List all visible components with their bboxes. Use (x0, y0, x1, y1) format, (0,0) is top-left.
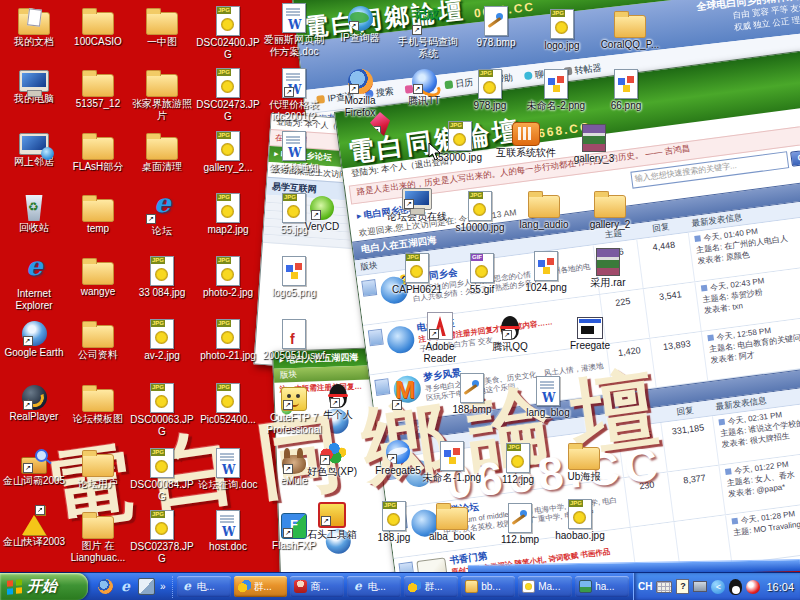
desktop-icon[interactable]: gallery_2 (578, 188, 642, 231)
desktop-icon[interactable]: 回收站 (2, 192, 66, 234)
desktop-icon[interactable]: alba_book (420, 500, 484, 543)
desktop-icon[interactable]: photo-2.jpg (196, 255, 260, 299)
firefox-icon[interactable] (98, 579, 113, 594)
desktop-icon[interactable]: ↗ (348, 108, 412, 137)
desktop-icon[interactable]: logo.jpg (530, 8, 594, 52)
desktop-icon[interactable]: 100CASIO (66, 5, 130, 48)
qq-tray-icon[interactable] (729, 579, 742, 595)
desktop-icon[interactable]: DSC02400.JPG (196, 5, 260, 60)
desktop-icon[interactable]: FLAsH部分 (66, 130, 130, 173)
desktop-icon[interactable]: ↗金山词霸2005 (2, 447, 66, 487)
desktop-icon[interactable]: 论坛模板图 (66, 382, 130, 425)
network-tray-icon[interactable] (693, 581, 707, 592)
desktop-icon[interactable]: lang_audio (512, 188, 576, 231)
taskbar-button[interactable]: Ma... (518, 576, 572, 597)
desktop-icon[interactable]: 112.bmp (488, 502, 552, 546)
taskbar-button[interactable]: e电... (347, 576, 401, 597)
desktop-icon[interactable]: 采用.rar (576, 246, 640, 289)
desktop-icon[interactable]: 桌面清理 (130, 130, 194, 173)
desktop-icon[interactable]: 论坛用户 (66, 447, 130, 490)
desktop-icon[interactable]: lang_blog (516, 375, 580, 419)
desktop-icon[interactable]: ↗腾讯QQ (478, 312, 542, 353)
desktop-icon[interactable]: 1024.png (514, 250, 578, 294)
desktop-icon[interactable]: 公司资料 (66, 318, 130, 361)
desktop-icon[interactable]: 51357_12 (66, 67, 130, 110)
desktop-icon[interactable]: 我的电脑 (2, 67, 66, 105)
quick-launch-more-chevron[interactable]: » (160, 581, 166, 592)
desktop-icon[interactable]: 一中图 (130, 5, 194, 48)
desktop-icon[interactable]: 20050510.swf (262, 318, 326, 362)
desktop-icon[interactable]: 论坛征询.doc (196, 447, 260, 491)
desktop-icon[interactable]: ↗VeryCD (290, 192, 354, 233)
taskbar-button[interactable]: 群... (234, 576, 288, 597)
desktop-icon[interactable]: 112.jpg (486, 442, 550, 486)
desktop-icon[interactable]: av-2.jpg (130, 318, 194, 362)
desktop-icon[interactable]: Internet Explorer (2, 255, 66, 311)
desktop-icon[interactable]: 55.gif (450, 252, 514, 296)
taskbar-button[interactable]: bb... (461, 576, 515, 597)
keyboard-icon[interactable] (656, 581, 672, 593)
desktop-icon[interactable]: 33 084.jpg (130, 255, 194, 299)
desktop-icon[interactable]: DSC02473.JPG (196, 67, 260, 122)
desktop-icon[interactable]: CoralQQ_P... (598, 8, 662, 51)
desktop-icon[interactable]: DSC02378.JPG (130, 509, 194, 564)
desktop-icon[interactable]: map2.jpg (196, 192, 260, 236)
language-indicator[interactable]: CH (638, 581, 652, 592)
folder-icon (82, 137, 114, 160)
desktop-icon[interactable]: gallery_3 (562, 122, 626, 165)
desktop-icon[interactable]: DSC00084.JPG (130, 447, 194, 502)
desktop-icon[interactable]: ↗代理价格表 idc2001(2 (262, 67, 326, 122)
desktop-icon[interactable]: haobao.jpg (548, 498, 612, 542)
desktop-icon[interactable]: ↗RealPlayer (2, 382, 66, 423)
desktop-icon[interactable]: ↗IP查询器 (328, 3, 392, 44)
taskbar-button[interactable]: ha... (575, 576, 629, 597)
desktop-icon[interactable]: gallery_2... (196, 130, 260, 174)
desktop-icon[interactable]: 爱丽斯网页制作方案.doc (262, 2, 326, 57)
desktop-icon[interactable]: Ub海报 (552, 440, 616, 483)
tray-collapse-arrow[interactable]: < (711, 580, 725, 594)
desktop-icon[interactable]: ↗腾讯TT (392, 66, 456, 107)
desktop-icon[interactable]: 66.png (594, 68, 658, 112)
desktop-icon[interactable]: 188.jpg (362, 500, 426, 544)
input-method-icon[interactable]: ? (676, 579, 689, 594)
desktop-icon[interactable]: 图片 在 Lianghuac... (66, 509, 130, 563)
desktop-icon[interactable]: ↗金山快译2003 (2, 509, 66, 548)
desktop-icon[interactable]: wangye (66, 255, 130, 298)
desktop-icon[interactable]: ↗ (376, 378, 440, 411)
desktop-icon[interactable]: CAPH0621 (385, 252, 449, 296)
antivirus-tray-icon[interactable] (746, 580, 760, 594)
desktop-icon[interactable]: ↗论坛 (130, 192, 194, 237)
desktop-icon[interactable]: DSC00063.JPG (130, 382, 194, 437)
show-desktop-icon[interactable] (138, 578, 155, 595)
desktop-icon[interactable]: 互联系统软件 (494, 118, 558, 159)
start-button[interactable]: 开始 (0, 573, 88, 600)
desktop-icon[interactable]: 张家界旅游照片 (130, 67, 194, 121)
desktop-icon[interactable]: Freegate (558, 312, 622, 352)
desktop-icon[interactable]: ↗Adobe Reader (408, 310, 472, 364)
desktop-icon[interactable]: logo5.png (262, 255, 326, 299)
desktop-icon[interactable]: ↗牛个人 (306, 380, 370, 421)
desktop-icon[interactable]: ↗石头工具箱 (300, 498, 364, 541)
taskbar-button[interactable]: 商... (290, 576, 344, 597)
internet-explorer-icon[interactable]: e (118, 579, 133, 594)
desktop-icon[interactable]: photo-21.jpg (196, 318, 260, 362)
desktop-icon[interactable]: host.doc (196, 509, 260, 553)
desktop-icon[interactable]: ↗论坛会员在线 (385, 185, 449, 223)
desktop-icon[interactable]: 未命名-2.png (524, 68, 588, 112)
desktop-icon[interactable]: ↗手机号码查询系统 (396, 3, 460, 59)
desktop-icon[interactable]: 签考核通知 (262, 130, 326, 174)
taskbar-buttons: e电...群...商...e电...群...bb...Ma...ha... (173, 576, 633, 597)
taskbar-button[interactable]: e电... (177, 576, 231, 597)
desktop-icon[interactable]: s10000.jpg (448, 190, 512, 234)
desktop-icon[interactable]: ↗好色鸟(XP) (300, 438, 364, 478)
desktop-icon[interactable]: ↗Google Earth (2, 318, 66, 359)
desktop-icon[interactable]: 我的文档 (2, 5, 66, 48)
taskbar-button[interactable]: 群... (404, 576, 458, 597)
desktop-icon[interactable]: 188.bmp (440, 372, 504, 416)
desktop-icon[interactable]: 978.jpg (458, 68, 522, 112)
desktop-icon[interactable]: 978.bmp (464, 5, 528, 49)
desktop-icon[interactable]: temp (66, 192, 130, 235)
desktop-icon[interactable]: Pic052400... (196, 382, 260, 426)
desktop-icon[interactable]: 网上邻居 (2, 130, 66, 168)
desktop-icon[interactable]: 未命名-1.png (420, 440, 484, 484)
